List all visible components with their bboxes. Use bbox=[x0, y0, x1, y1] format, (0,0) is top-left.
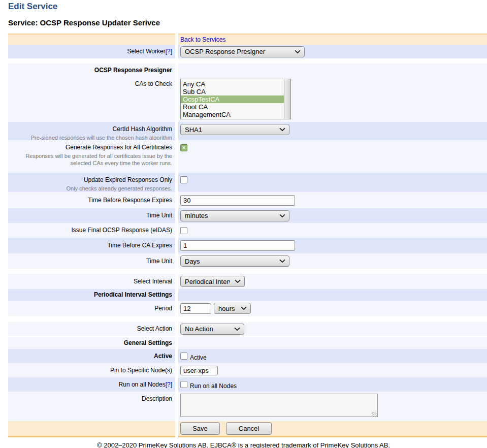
run-all-nodes-row: Run on all Nodes[?] Run on all Nodes bbox=[8, 377, 487, 392]
cancel-button[interactable]: Cancel bbox=[226, 422, 272, 435]
eidas-label: Issue Final OCSP Response (eIDAS) bbox=[71, 227, 172, 234]
chevron-down-icon bbox=[279, 258, 286, 265]
run-all-nodes-checkbox-label: Run on all Nodes bbox=[190, 382, 237, 390]
chevron-down-icon bbox=[279, 126, 286, 133]
pin-nodes-input[interactable] bbox=[180, 366, 218, 375]
period-row: Period hours bbox=[8, 301, 487, 316]
save-button[interactable]: Save bbox=[180, 422, 220, 435]
select-interval-row: Select Interval Periodical Interval bbox=[8, 274, 487, 289]
listbox-scrollbar[interactable] bbox=[284, 79, 290, 119]
select-worker-dropdown[interactable]: OCSP Response Presigner bbox=[180, 46, 305, 57]
eidas-row: Issue Final OCSP Response (eIDAS) bbox=[8, 223, 487, 238]
worker-section-header: OCSP Response Presigner bbox=[94, 67, 172, 74]
description-row: Description bbox=[8, 392, 487, 421]
time-before-ca-row: Time Before CA Expires bbox=[8, 238, 487, 253]
ca-option[interactable]: OcspTestCA bbox=[181, 95, 290, 103]
cas-to-check-label: CAs to Check bbox=[135, 80, 172, 88]
run-all-nodes-label: Run on all Nodes[?] bbox=[119, 381, 172, 389]
select-action-label: Select Action bbox=[137, 325, 172, 333]
general-settings-header-row: General Settings bbox=[8, 337, 487, 349]
chevron-down-icon bbox=[234, 278, 241, 285]
active-row: Active Active bbox=[8, 349, 487, 363]
cas-to-check-row: CAs to Check Any CASub CAOcspTestCARoot … bbox=[8, 77, 487, 122]
footer-copyright: © 2002–2020 PrimeKey Solutions AB. EJBCA… bbox=[0, 441, 487, 448]
generate-responses-help: Responses will be generated for all cert… bbox=[8, 151, 172, 167]
back-to-services-link[interactable]: Back to Services bbox=[180, 36, 225, 43]
period-label: Period bbox=[154, 305, 172, 312]
time-unit-2-row: Time Unit Days bbox=[8, 253, 487, 269]
update-expired-row: Update Expired Responses Only Only check… bbox=[8, 173, 487, 192]
service-edit-form: Back to Services Select Worker[?] OCSP R… bbox=[8, 34, 487, 437]
time-before-ca-label: Time Before CA Expires bbox=[107, 242, 172, 249]
certid-hash-label: CertId Hash Algorithm bbox=[113, 125, 172, 133]
ca-option[interactable]: Root CA bbox=[181, 103, 290, 111]
actions-row: Save Cancel bbox=[8, 421, 487, 437]
cas-listbox[interactable]: Any CASub CAOcspTestCARoot CAManagementC… bbox=[180, 79, 291, 119]
time-unit-row: Time Unit minutes bbox=[8, 208, 487, 223]
select-action-dropdown[interactable]: No Action bbox=[180, 324, 244, 335]
time-before-response-input[interactable] bbox=[180, 195, 295, 206]
active-checkbox-label: Active bbox=[190, 354, 207, 361]
time-unit-2-dropdown[interactable]: Days bbox=[180, 255, 289, 267]
general-section-header: General Settings bbox=[124, 339, 172, 347]
service-name-subtitle: Service: OCSP Response Updater Serivce bbox=[8, 18, 487, 27]
select-interval-label: Select Interval bbox=[134, 278, 172, 285]
time-before-ca-input[interactable] bbox=[180, 240, 295, 251]
select-action-row: Select Action No Action bbox=[8, 322, 487, 336]
active-checkbox[interactable] bbox=[180, 353, 187, 360]
run-nodes-help-link[interactable]: [?] bbox=[166, 381, 172, 388]
description-textarea[interactable] bbox=[180, 394, 378, 417]
periodical-settings-header-row: Periodical Interval Settings bbox=[8, 289, 487, 301]
update-expired-label: Update Expired Responses Only bbox=[84, 176, 172, 184]
period-input[interactable] bbox=[180, 303, 211, 314]
generate-responses-label: Generate Responses for All Certificates bbox=[66, 144, 172, 151]
time-unit-label: Time Unit bbox=[146, 212, 172, 219]
ca-option[interactable]: Any CA bbox=[181, 80, 290, 88]
page-title: Edit Service bbox=[8, 2, 487, 12]
ca-option[interactable]: ManagementCA bbox=[181, 111, 290, 118]
back-row: Back to Services bbox=[8, 34, 487, 45]
worker-help-link[interactable]: [?] bbox=[166, 48, 172, 55]
time-unit-dropdown[interactable]: minutes bbox=[180, 210, 289, 221]
time-unit-2-label: Time Unit bbox=[146, 258, 172, 265]
pin-nodes-row: Pin to Specific Node(s) bbox=[8, 363, 487, 377]
update-expired-help: Only checks already generated responses. bbox=[66, 184, 172, 192]
chevron-down-icon bbox=[279, 212, 286, 219]
select-worker-row: Select Worker[?] OCSP Response Presigner bbox=[8, 45, 487, 58]
run-all-nodes-checkbox[interactable] bbox=[180, 381, 187, 388]
certid-hash-dropdown[interactable]: SHA1 bbox=[180, 124, 289, 135]
active-label: Active bbox=[154, 353, 172, 360]
generate-responses-checkbox[interactable]: ✕ bbox=[180, 144, 187, 151]
time-before-response-row: Time Before Response Expires bbox=[8, 192, 487, 208]
update-expired-checkbox[interactable] bbox=[180, 176, 187, 183]
certid-hash-row: CertId Hash Algorithm Pre-signed respons… bbox=[8, 122, 487, 140]
time-before-response-label: Time Before Response Expires bbox=[88, 197, 172, 204]
ca-option[interactable]: Sub CA bbox=[181, 88, 290, 95]
pin-nodes-label: Pin to Specific Node(s) bbox=[110, 367, 172, 374]
worker-settings-header-row: OCSP Response Presigner bbox=[8, 63, 487, 77]
period-unit-dropdown[interactable]: hours bbox=[214, 303, 251, 314]
select-worker-label: Select Worker[?] bbox=[127, 48, 172, 55]
chevron-down-icon bbox=[294, 48, 301, 55]
chevron-down-icon bbox=[240, 305, 247, 312]
select-interval-dropdown[interactable]: Periodical Interval bbox=[180, 276, 245, 287]
description-label: Description bbox=[142, 395, 172, 403]
eidas-checkbox[interactable] bbox=[180, 227, 187, 234]
generate-responses-row: Generate Responses for All Certificates … bbox=[8, 140, 487, 173]
chevron-down-icon bbox=[234, 326, 241, 333]
periodical-section-header: Periodical Interval Settings bbox=[94, 291, 172, 299]
